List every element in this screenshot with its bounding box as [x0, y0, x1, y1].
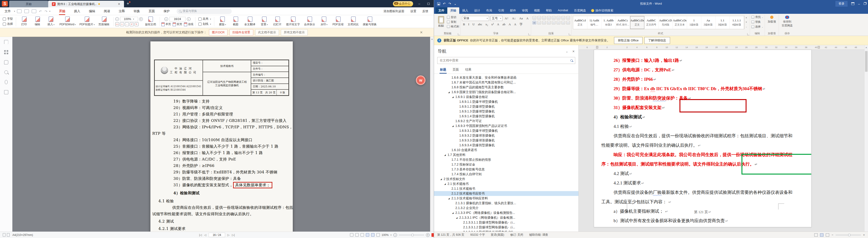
distribute-icon[interactable] [552, 21, 556, 24]
paste-button[interactable]: 粘贴 [436, 15, 446, 29]
font-format-button[interactable]: ab [501, 22, 506, 26]
expand-triangle-icon[interactable]: ◢ [440, 178, 442, 180]
style-item[interactable]: 1. AaBb 标题3 [601, 16, 616, 29]
nav-heading-item[interactable]: ◢ 2.1 技术规格书 [434, 181, 579, 186]
toolbar-button[interactable]: PDF转Word▾ [58, 16, 78, 27]
tool-mode-button[interactable]: 选择 [1, 22, 14, 26]
style-item[interactable]: 1.1.1.1 4级标题 [730, 16, 744, 29]
actual-size-button[interactable]: 1:1 [115, 22, 119, 26]
save-icon[interactable] [437, 2, 440, 5]
clipboard-button[interactable]: 复制 [447, 20, 459, 24]
save-icon[interactable] [24, 9, 29, 13]
scan-notice-button[interactable]: 图片OCR [209, 29, 227, 36]
word-minimize-button[interactable]: – [858, 2, 860, 6]
nav-heading-item[interactable]: 1.6.9.3.3 防爆球形摄像机 [434, 138, 579, 143]
scan-notice-button[interactable]: 此文档不提示 [255, 29, 279, 36]
wps-menu-item[interactable]: 开始 [55, 8, 69, 15]
scan-notice-button[interactable]: 所有文档不提示 [281, 29, 308, 36]
toolbar-button[interactable]: 图片转文字 [284, 16, 302, 27]
accessibility-label[interactable]: 辅助功能: 调查 [529, 233, 548, 237]
zoom-slider-thumb[interactable] [411, 234, 413, 236]
fit-page-icon[interactable] [355, 233, 359, 237]
wps-logo[interactable]: S [2, 1, 8, 6]
redo-icon[interactable]: ↷ [448, 2, 451, 5]
nav-heading-item[interactable]: ◢ 1.6.9.3 中国国家强制性产品认证证书 [434, 124, 579, 128]
nav-heading-item[interactable]: 2.1.3.3.1.3 防爆网络半球摄像机-DS... [434, 230, 579, 232]
nav-heading-item[interactable]: 1.6.7 未被中国石油天然气集团有限公司和辽... [434, 80, 579, 85]
font-format-button[interactable]: I [467, 22, 470, 26]
font-name-select[interactable]: 宋体▾ [462, 16, 489, 21]
expand-triangle-icon[interactable]: ◢ [447, 91, 450, 94]
dialog-launcher-icon[interactable] [747, 33, 749, 35]
font-size-select[interactable]: 五号▾ [491, 16, 502, 21]
nav-close-icon[interactable]: ✕ [572, 50, 575, 53]
continuous-icon[interactable] [371, 233, 374, 237]
style-item[interactable]: 1) AaBt 编号,... [587, 16, 601, 29]
ribbon-tab[interactable]: 引用 [495, 7, 507, 14]
font-format-button[interactable]: U [472, 22, 476, 26]
wps-menu-item[interactable]: 注释 [115, 8, 129, 15]
sort-icon[interactable] [561, 16, 565, 20]
nav-heading-item[interactable]: 1.6.9.1.2 防爆球型摄像机 [434, 104, 579, 109]
toolbar-button[interactable]: 搜索与替换 [361, 16, 379, 27]
asian-layout-icon[interactable] [557, 16, 560, 20]
ribbon-tab[interactable]: Acrobat [555, 7, 571, 14]
ribbon-tab[interactable]: 帮助 [543, 7, 555, 14]
fit-width-icon[interactable] [361, 233, 364, 237]
undo-icon[interactable]: ↶ [443, 2, 446, 5]
style-item[interactable]: 1.1 3级标题 [715, 16, 730, 29]
nav-heading-item[interactable]: 1.7.1 不存在禁止投标的情形 [434, 157, 579, 162]
zoom-slider[interactable] [399, 235, 424, 235]
comments-icon[interactable] [4, 60, 8, 64]
toolbar-button[interactable]: PDF转图片▾ [78, 16, 97, 27]
nav-heading-item[interactable]: ◢ 2.1.3.3 IPC（网络摄像机）设备检测报告... [434, 210, 579, 215]
font-tool-button[interactable]: A↑ [504, 16, 509, 21]
wps-menubar-link[interactable]: 添加图标到桌面 [383, 9, 404, 14]
nav-heading-item[interactable]: 1.6.9.3.2 防爆球形摄像机 [434, 133, 579, 138]
font-format-button[interactable]: A [496, 22, 500, 26]
show-marks-icon[interactable] [566, 16, 570, 20]
bookmark-icon[interactable] [4, 40, 8, 44]
toolbar-button[interactable]: 全文翻译 [243, 16, 258, 27]
toolbar-button[interactable]: 页面编辑 [97, 16, 112, 27]
annotation-button[interactable]: 划线▾ [197, 22, 213, 26]
editing-button[interactable]: 查找⌄ [751, 15, 764, 19]
line-spacing-icon[interactable] [557, 21, 560, 24]
expand-triangle-icon[interactable]: ◢ [444, 154, 446, 156]
word-zoom-slider[interactable] [836, 235, 861, 235]
nav-search-box[interactable]: 在文档中搜索 [437, 57, 575, 64]
style-item[interactable]: AaBbCcD 无间隔 [658, 16, 673, 29]
zoom-out-button[interactable]: − [115, 17, 119, 21]
zoom-value-box[interactable]: 100%▾ [120, 17, 138, 21]
nav-tab[interactable]: 页面 [450, 66, 462, 74]
ribbon-tab[interactable]: 视图 [531, 7, 543, 14]
sidebar-search-icon[interactable] [4, 70, 8, 74]
file-caret-icon[interactable]: ▾ [14, 10, 15, 12]
nav-heading-item[interactable]: 1.6.8 投标产品的规格型号及主要参数 [434, 85, 579, 90]
tell-me-search[interactable]: 操作说明搜索 [589, 7, 616, 14]
prev-page-button[interactable]: ◁ [204, 233, 206, 237]
zoom-caret-icon[interactable]: ▾ [391, 234, 392, 236]
view-mode-button[interactable]: 双页 [173, 22, 182, 26]
wps-menubar-link[interactable]: 设置 [410, 9, 416, 14]
track-changes-label[interactable]: 修订: 关闭 [510, 233, 523, 237]
nav-heading-item[interactable]: ◢ 2.1.3 技术规格书响应资料 [434, 196, 579, 201]
font-format-button[interactable]: x₂ [485, 22, 489, 26]
expand-triangle-icon[interactable]: ◢ [452, 212, 454, 214]
wps-menubar-link[interactable]: 反馈 [422, 9, 428, 14]
status-zoom-value[interactable]: 100% [382, 233, 389, 237]
toolbar-button[interactable]: 幻灯片 [271, 16, 284, 27]
dialog-launcher-icon[interactable] [528, 33, 530, 35]
ribbon-tab[interactable]: 布局 [483, 7, 495, 14]
member-center-button[interactable]: 会员中心 [393, 1, 413, 6]
nav-heading-item[interactable]: 2.1.2 技术规格书应答书 [434, 191, 579, 196]
ribbon-tab[interactable]: 设计 [471, 7, 483, 14]
single-page-icon[interactable] [366, 233, 369, 237]
nav-heading-item[interactable]: 1.6.10 合规承诺书 [434, 148, 579, 153]
last-page-button[interactable]: ▷| [232, 233, 235, 237]
expand-triangle-icon[interactable]: ◢ [452, 96, 454, 98]
style-item[interactable]: AaBbCc 样式 首行... [616, 16, 630, 29]
editing-button[interactable]: 选择⌄ [751, 25, 764, 29]
rotate-left-button[interactable]: ↺ [130, 22, 134, 26]
zoom-in-button[interactable]: + [139, 17, 143, 21]
